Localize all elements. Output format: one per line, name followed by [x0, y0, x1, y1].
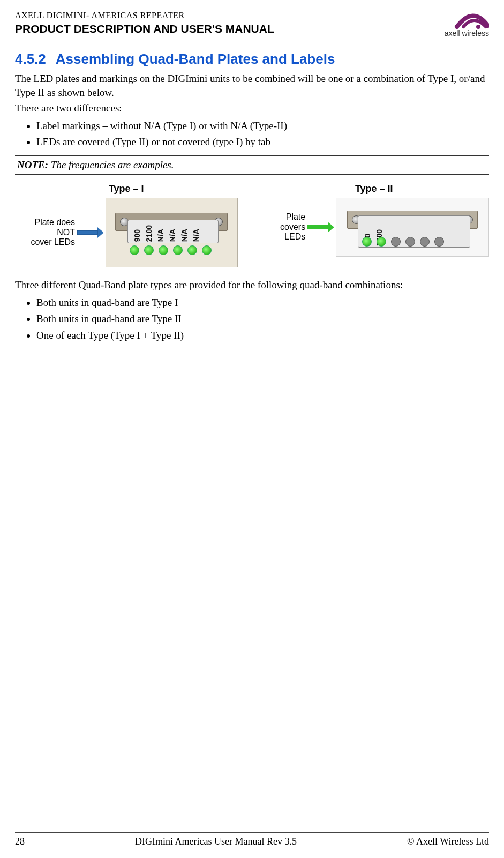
freq-label: 2100	[145, 225, 153, 242]
differences-lead: There are two differences:	[15, 101, 489, 115]
led-green-icon	[130, 245, 139, 255]
freq-label: 900	[133, 229, 141, 242]
note-text: The frequencies are examples.	[51, 159, 174, 170]
type2-caption-line2: LEDs	[259, 232, 306, 242]
brand-name: axell wireless	[409, 29, 489, 38]
freq-label: N/A	[180, 229, 189, 242]
type2-caption-line1: Plate covers	[259, 212, 306, 232]
led-green-icon	[362, 237, 372, 247]
arrow-right-icon	[307, 221, 334, 234]
footer-center-text: DIGImini Americas User Manual Rev 3.5	[135, 836, 297, 847]
footer-page-number: 28	[15, 836, 25, 847]
header-divider	[15, 41, 489, 41]
note-label: NOTE:	[17, 159, 48, 170]
footer-copyright: © Axell Wireless Ltd	[407, 836, 489, 847]
combo-bullet: Both units in quad-band are Type II	[36, 311, 489, 327]
note-box: NOTE: The frequencies are examples.	[15, 155, 489, 175]
manual-title: PRODUCT DESCRIPTION AND USER'S MANUAL	[15, 23, 409, 35]
svg-rect-4	[307, 225, 328, 229]
led-green-icon	[202, 245, 212, 255]
type1-title: Type – I	[109, 183, 144, 195]
led-green-icon	[144, 245, 154, 255]
svg-marker-2	[97, 227, 103, 238]
led-blank-icon	[391, 237, 401, 247]
svg-point-0	[476, 25, 480, 29]
led-blank-icon	[420, 237, 430, 247]
freq-label: N/A	[156, 229, 165, 242]
led-green-icon	[173, 245, 183, 255]
type1-label-plate: 900 2100 N/A N/A N/A N/A	[127, 220, 219, 243]
wifi-arc-icon	[425, 11, 489, 30]
intro-paragraph: The LED plates and markings on the DIGIm…	[15, 72, 489, 99]
section-title: Assembling Quad-Band Plates and Labels	[56, 51, 335, 67]
led-green-icon	[187, 245, 197, 255]
led-blank-icon	[434, 237, 444, 247]
product-line: AXELL DIGIMINI- AMERICAS REPEATER	[15, 11, 409, 20]
combo-bullet: Both units in quad-band are Type I	[36, 295, 489, 311]
led-green-icon	[377, 237, 386, 247]
freq-label: N/A	[192, 229, 200, 242]
arrow-right-icon	[77, 226, 103, 239]
freq-label: N/A	[168, 229, 177, 242]
diff-bullet: LEDs are covered (Type II) or not covere…	[36, 135, 489, 150]
section-number: 4.5.2	[15, 51, 46, 68]
diff-bullet: Label markings – without N/A (Type I) or…	[36, 118, 489, 134]
led-blank-icon	[405, 237, 415, 247]
type1-panel: 900 2100 N/A N/A N/A N/A	[106, 198, 237, 267]
led-green-icon	[159, 245, 168, 255]
combos-lead: Three different Quad-Band plate types ar…	[15, 278, 489, 292]
combo-bullet: One of each Type (Type I + Type II)	[36, 328, 489, 344]
svg-marker-5	[328, 222, 334, 233]
type2-title: Type – II	[355, 183, 393, 195]
type2-panel: 850 1900	[336, 198, 489, 257]
section-heading: 4.5.2Assembling Quad-Band Plates and Lab…	[15, 51, 489, 68]
type1-caption-line2: cover LEDs	[15, 237, 75, 247]
type1-caption-line1: Plate does NOT	[15, 218, 75, 237]
brand-logo: axell wireless	[409, 11, 489, 38]
svg-rect-1	[77, 230, 97, 235]
